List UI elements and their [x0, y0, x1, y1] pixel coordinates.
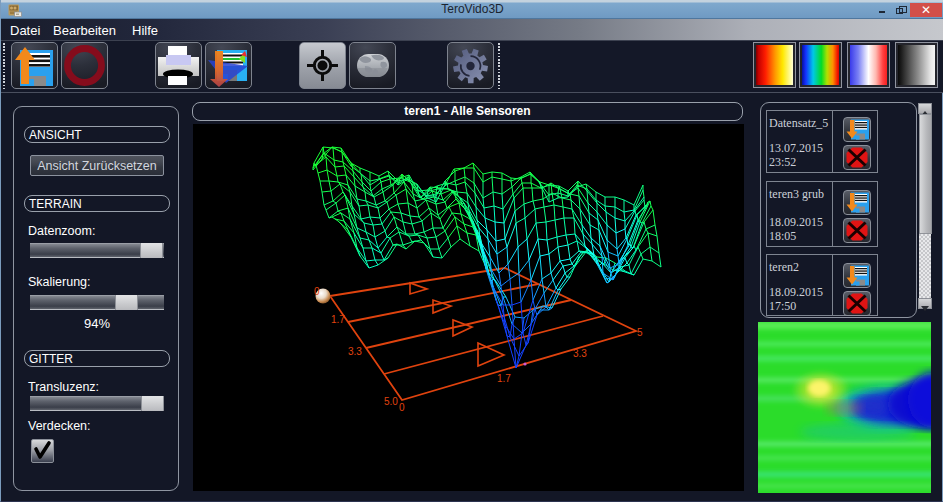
svg-text:5.0: 5.0: [384, 396, 398, 407]
svg-text:3.3: 3.3: [573, 348, 587, 359]
svg-text:0: 0: [399, 402, 405, 413]
svg-text:3.3: 3.3: [348, 346, 362, 357]
svg-text:1.7: 1.7: [497, 373, 511, 384]
svg-text:5: 5: [637, 327, 643, 338]
svg-text:0: 0: [314, 286, 320, 297]
svg-text:1.7: 1.7: [331, 314, 345, 325]
